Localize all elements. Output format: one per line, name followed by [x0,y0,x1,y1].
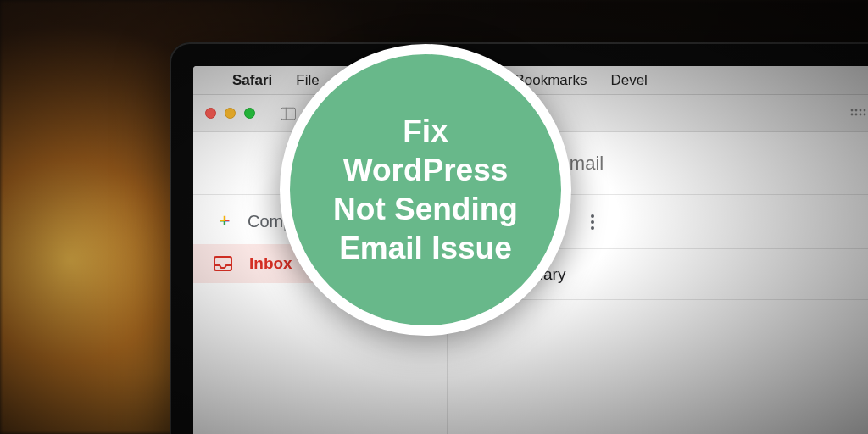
apps-grid-icon[interactable] [849,108,866,120]
close-icon[interactable] [205,108,216,119]
zoom-icon[interactable] [244,108,255,119]
svg-point-13 [591,214,594,218]
minimize-icon[interactable] [225,108,236,119]
menubar-app-name[interactable]: Safari [232,72,272,89]
svg-point-4 [860,108,862,111]
overlay-title-text: Fix WordPress Not Sending Email Issue [317,112,534,269]
overlay-title-badge: Fix WordPress Not Sending Email Issue [280,44,571,336]
inbox-icon [214,256,232,271]
svg-point-5 [864,108,866,111]
svg-point-7 [855,113,858,115]
sidebar-toggle-icon[interactable] [281,106,296,121]
svg-point-6 [851,113,854,115]
svg-point-8 [860,113,862,115]
sidebar-item-label: Inbox [249,254,292,273]
svg-point-2 [851,108,854,111]
svg-point-14 [591,220,594,224]
svg-point-9 [864,113,866,115]
svg-point-3 [855,108,858,111]
plus-icon: + [214,210,236,232]
traffic-lights [205,108,255,119]
menubar-item-file[interactable]: File [296,72,319,89]
menubar-item-develop[interactable]: Devel [610,72,647,89]
svg-rect-0 [281,108,295,120]
more-menu-icon[interactable] [590,214,595,231]
svg-point-15 [591,226,594,230]
